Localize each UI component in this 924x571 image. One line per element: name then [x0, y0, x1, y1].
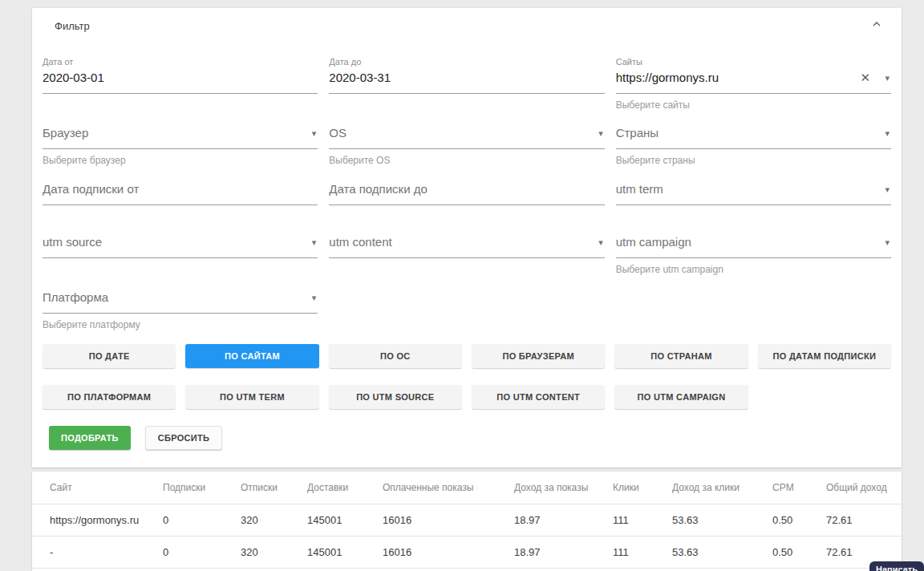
browser-helper: Выберите браузер [43, 155, 126, 166]
cell-clicks: 111 [606, 504, 666, 537]
chevron-down-icon[interactable]: ▾ [312, 237, 317, 248]
date-to-label: Дата до [329, 56, 604, 67]
os-placeholder: OS [329, 126, 346, 140]
sites-select[interactable]: https://gormonys.ru ✕ ▾ [616, 67, 891, 94]
chevron-down-icon[interactable]: ▾ [312, 292, 317, 303]
cell-subscriptions: 0 [156, 537, 234, 569]
date-from-input[interactable] [43, 70, 295, 86]
utm-campaign-helper: Выберите utm campaign [616, 264, 723, 275]
sites-field: Сайты https://gormonys.ru ✕ ▾ Выберите с… [616, 56, 891, 94]
date-to-field: Дата до [329, 56, 604, 94]
sites-value: https://gormonys.ru [616, 71, 719, 84]
cell-deliveries: 145001 [301, 504, 376, 537]
utm-source-select[interactable]: utm source ▾ [43, 232, 318, 258]
cell-impression-income: 18.97 [508, 504, 606, 537]
filter-title: Фильтр [55, 20, 90, 32]
cell-unsubscriptions: 320 [234, 537, 301, 569]
filter-row-platform: Платформа ▾ Выберите платформу [43, 287, 891, 314]
cell-clicks: 111 [606, 537, 666, 569]
group-tabs-row-1: ПО ДАТЕ ПО САЙТАМ ПО ОС ПО БРАУЗЕРАМ ПО … [43, 344, 891, 368]
table-row: - 0 320 145001 16016 18.97 111 53.63 0.5… [32, 537, 902, 569]
chevron-down-icon[interactable]: ▾ [312, 128, 317, 139]
utm-term-select[interactable]: utm term ▾ [616, 179, 891, 205]
subscription-date-to-field [329, 179, 604, 205]
tab-by-utm-campaign[interactable]: ПО UTM CAMPAIGN [614, 385, 748, 409]
utm-content-select[interactable]: utm content ▾ [329, 232, 604, 258]
utm-source-placeholder: utm source [43, 235, 102, 249]
subscription-date-from-field [43, 179, 318, 205]
chevron-down-icon[interactable]: ▾ [598, 128, 603, 139]
col-header-cpm: CPM [766, 472, 820, 504]
cell-subscriptions: 0 [156, 504, 234, 537]
countries-field: Страны ▾ Выберите страны [616, 123, 891, 149]
cell-click-income: 53.63 [666, 504, 766, 537]
date-to-input[interactable] [329, 70, 582, 86]
date-from-field: Дата от [43, 56, 318, 94]
col-header-click-income: Доход за клики [666, 472, 766, 504]
tab-by-browsers[interactable]: ПО БРАУЗЕРАМ [472, 344, 605, 368]
utm-term-field: utm term ▾ [616, 179, 891, 205]
cell-click-income: 53.63 [666, 537, 766, 569]
tab-by-utm-source[interactable]: ПО UTM SOURCE [329, 385, 462, 409]
cell-impression-income: 18.97 [508, 537, 606, 569]
utm-content-field: utm content ▾ [329, 232, 604, 258]
subscription-date-to-input[interactable] [329, 181, 582, 197]
sites-label: Сайты [616, 56, 891, 67]
subscription-date-from-control[interactable] [43, 179, 318, 205]
tab-by-sites[interactable]: ПО САЙТАМ [185, 344, 318, 368]
chevron-down-icon[interactable]: ▾ [885, 128, 890, 139]
table-row: https://gormonys.ru 0 320 145001 16016 1… [32, 504, 902, 537]
collapse-panel-button[interactable] [870, 18, 883, 34]
tab-by-utm-content[interactable]: ПО UTM CONTENT [472, 385, 605, 409]
chevron-down-icon[interactable]: ▾ [885, 237, 890, 248]
utm-campaign-placeholder: utm campaign [616, 235, 691, 249]
subscription-date-to-control[interactable] [329, 179, 604, 205]
tab-by-countries[interactable]: ПО СТРАНАМ [614, 344, 748, 368]
chat-widget-button[interactable]: Написать [869, 561, 924, 571]
cell-cpm: 0.50 [766, 504, 820, 537]
subscription-date-from-input[interactable] [43, 181, 295, 197]
col-header-deliveries: Доставки [301, 472, 376, 504]
utm-term-placeholder: utm term [616, 182, 663, 196]
chevron-up-icon [870, 18, 883, 34]
col-header-unsubscriptions: Отписки [234, 472, 301, 504]
col-header-total-income: Общий доход [820, 472, 902, 504]
submit-button[interactable]: ПОДОБРАТЬ [49, 426, 131, 450]
filter-row-subscription-utmterm: utm term ▾ [43, 179, 891, 205]
countries-helper: Выберите страны [616, 155, 695, 166]
sites-helper: Выберите сайты [616, 99, 690, 111]
browser-placeholder: Браузер [43, 126, 88, 140]
platform-helper: Выберите платформу [43, 319, 140, 330]
utm-content-placeholder: utm content [329, 235, 391, 249]
filter-header: Фильтр [43, 19, 891, 32]
browser-field: Браузер ▾ Выберите браузер [43, 123, 318, 149]
chevron-down-icon[interactable]: ▾ [885, 184, 890, 195]
tab-by-utm-term[interactable]: ПО UTM TERM [185, 385, 318, 409]
browser-select[interactable]: Браузер ▾ [43, 123, 318, 149]
table-header-row: Сайт Подписки Отписки Доставки Оплаченны… [32, 472, 902, 504]
tab-by-platforms[interactable]: ПО ПЛАТФОРМАМ [43, 385, 176, 409]
utm-campaign-select[interactable]: utm campaign ▾ [616, 232, 891, 258]
os-helper: Выберите OS [329, 155, 390, 166]
cell-site: - [32, 537, 156, 569]
clear-icon[interactable]: ✕ [860, 71, 870, 85]
platform-select[interactable]: Платформа ▾ [43, 287, 318, 314]
chevron-down-icon[interactable]: ▾ [598, 237, 603, 248]
os-select[interactable]: OS ▾ [329, 123, 604, 149]
tab-by-date[interactable]: ПО ДАТЕ [43, 344, 176, 368]
utm-campaign-field: utm campaign ▾ Выберите utm campaign [616, 232, 891, 258]
date-to-control[interactable] [329, 67, 604, 94]
tab-by-subscription-dates[interactable]: ПО ДАТАМ ПОДПИСКИ [758, 344, 891, 368]
col-header-clicks: Клики [606, 472, 666, 504]
tab-by-os[interactable]: ПО ОС [329, 344, 462, 368]
reset-button[interactable]: СБРОСИТЬ [145, 426, 222, 450]
cell-paid-impressions: 16016 [376, 537, 508, 569]
date-from-control[interactable] [43, 67, 318, 94]
chevron-down-icon[interactable]: ▾ [885, 72, 890, 83]
cell-deliveries: 145001 [301, 537, 376, 569]
countries-select[interactable]: Страны ▾ [616, 123, 891, 149]
cell-site: https://gormonys.ru [32, 504, 156, 537]
filter-row-dates-sites: Дата от Дата до Сайты https://gormonys.r… [43, 56, 891, 94]
group-tabs-row-2: ПО ПЛАТФОРМАМ ПО UTM TERM ПО UTM SOURCE … [43, 385, 891, 409]
col-header-impression-income: Доход за показы [508, 472, 606, 504]
